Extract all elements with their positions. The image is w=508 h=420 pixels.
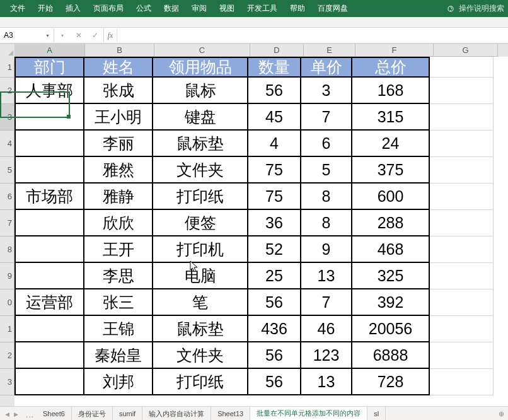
- ribbon-tab-页面布局[interactable]: 页面布局: [87, 0, 130, 17]
- cell[interactable]: [14, 236, 84, 263]
- cell[interactable]: 鼠标: [153, 78, 248, 104]
- table-header-cell[interactable]: 总价: [352, 57, 430, 78]
- cell[interactable]: [430, 184, 494, 210]
- cell[interactable]: 75: [248, 184, 301, 210]
- cell[interactable]: 20056: [352, 316, 430, 342]
- cell[interactable]: 600: [352, 184, 430, 210]
- cell[interactable]: 45: [248, 104, 301, 131]
- row-header[interactable]: 8: [0, 236, 14, 263]
- cell[interactable]: 468: [352, 236, 430, 263]
- cell[interactable]: 电脑: [153, 263, 248, 289]
- cell[interactable]: 392: [352, 289, 430, 316]
- column-header-D[interactable]: D: [250, 44, 304, 57]
- sheet-tab[interactable]: 输入内容自动计算: [142, 407, 211, 420]
- cell[interactable]: 123: [301, 342, 352, 369]
- cell[interactable]: 288: [352, 210, 430, 236]
- cell[interactable]: 8: [301, 210, 352, 236]
- cell[interactable]: [14, 131, 84, 157]
- tab-scroll-dots[interactable]: …: [23, 411, 37, 417]
- column-header-C[interactable]: C: [154, 44, 250, 57]
- column-header-F[interactable]: F: [355, 44, 434, 57]
- sheet-tab[interactable]: sl: [367, 407, 386, 420]
- cell[interactable]: [430, 316, 494, 342]
- cell[interactable]: [14, 316, 84, 342]
- row-header[interactable]: 5: [0, 157, 14, 184]
- cell[interactable]: [430, 210, 494, 236]
- cell[interactable]: 13: [301, 369, 352, 395]
- cell[interactable]: 王开: [84, 236, 153, 263]
- cell[interactable]: 打印纸: [153, 184, 248, 210]
- row-header[interactable]: 4: [0, 131, 14, 157]
- cell[interactable]: [14, 104, 84, 131]
- row-header[interactable]: 3: [0, 369, 14, 395]
- cell[interactable]: 168: [352, 78, 430, 104]
- row-header[interactable]: 1: [0, 316, 14, 342]
- cell[interactable]: 打印纸: [153, 369, 248, 395]
- cell[interactable]: 运营部: [14, 289, 84, 316]
- table-header-cell[interactable]: 数量: [248, 57, 301, 78]
- sheet-tab[interactable]: Sheet6: [37, 407, 72, 420]
- row-header[interactable]: 7: [0, 210, 14, 236]
- cell[interactable]: 7: [301, 289, 352, 316]
- cell[interactable]: 秦始皇: [84, 342, 153, 369]
- cell[interactable]: 李丽: [84, 131, 153, 157]
- cell[interactable]: 315: [352, 104, 430, 131]
- tab-nav-next-icon[interactable]: ▶: [11, 411, 20, 417]
- cell[interactable]: [14, 342, 84, 369]
- cell[interactable]: 鼠标垫: [153, 316, 248, 342]
- cell[interactable]: 人事部: [14, 78, 84, 104]
- cell[interactable]: 8: [301, 184, 352, 210]
- cell[interactable]: 刘邦: [84, 369, 153, 395]
- cell[interactable]: [430, 131, 494, 157]
- sheet-tab[interactable]: sumif: [113, 407, 142, 420]
- table-header-cell[interactable]: 部门: [14, 57, 84, 78]
- sheet-tab[interactable]: 批量在不同单元格添加不同的内容: [250, 407, 367, 420]
- tell-me-search[interactable]: 操作说明搜索: [446, 3, 504, 14]
- cell[interactable]: 75: [248, 157, 301, 184]
- cell[interactable]: 52: [248, 236, 301, 263]
- cell[interactable]: 李思: [84, 263, 153, 289]
- cell[interactable]: 5: [301, 157, 352, 184]
- fx-icon[interactable]: fx: [104, 28, 117, 42]
- cell[interactable]: 56: [248, 289, 301, 316]
- select-all-corner[interactable]: [0, 44, 15, 57]
- cell[interactable]: 6888: [352, 342, 430, 369]
- ribbon-tab-插入[interactable]: 插入: [59, 0, 87, 17]
- cell[interactable]: [430, 263, 494, 289]
- column-header-B[interactable]: B: [85, 44, 154, 57]
- cell[interactable]: 9: [301, 236, 352, 263]
- cell[interactable]: 375: [352, 157, 430, 184]
- cell[interactable]: 4: [248, 131, 301, 157]
- ribbon-tab-审阅[interactable]: 审阅: [185, 0, 213, 17]
- cell[interactable]: [430, 57, 494, 78]
- tab-nav-prev-icon[interactable]: ◀: [3, 411, 11, 417]
- ribbon-tab-视图[interactable]: 视图: [213, 0, 241, 17]
- row-header[interactable]: 0: [0, 289, 14, 316]
- ribbon-tab-帮助[interactable]: 帮助: [284, 0, 311, 17]
- cell[interactable]: 13: [301, 263, 352, 289]
- chevron-down-icon[interactable]: ▼: [54, 33, 71, 38]
- cell[interactable]: [430, 289, 494, 316]
- cell[interactable]: 25: [248, 263, 301, 289]
- cell[interactable]: [14, 369, 84, 395]
- column-header-E[interactable]: E: [304, 44, 355, 57]
- sheet-tab[interactable]: Sheet13: [211, 407, 250, 420]
- cell[interactable]: 市场部: [14, 184, 84, 210]
- cell[interactable]: [14, 263, 84, 289]
- name-box[interactable]: A3▼: [0, 28, 54, 42]
- cell[interactable]: [14, 157, 84, 184]
- cell[interactable]: 便签: [153, 210, 248, 236]
- ribbon-tab-百度网盘[interactable]: 百度网盘: [311, 0, 354, 17]
- cell[interactable]: 56: [248, 342, 301, 369]
- ribbon-tab-文件[interactable]: 文件: [4, 0, 32, 17]
- column-header-G[interactable]: G: [434, 44, 498, 57]
- cell[interactable]: 文件夹: [153, 342, 248, 369]
- row-header[interactable]: 1: [0, 57, 14, 78]
- cell[interactable]: 6: [301, 131, 352, 157]
- cell[interactable]: 张三: [84, 289, 153, 316]
- cell[interactable]: 雅然: [84, 157, 153, 184]
- table-header-cell[interactable]: 领用物品: [153, 57, 248, 78]
- row-header[interactable]: 2: [0, 78, 14, 104]
- cell[interactable]: 36: [248, 210, 301, 236]
- ribbon-tab-数据[interactable]: 数据: [158, 0, 185, 17]
